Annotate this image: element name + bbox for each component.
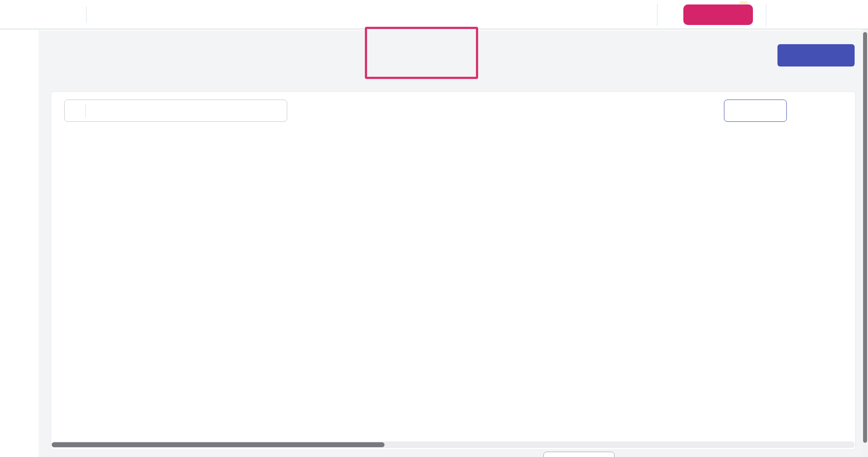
horizontal-scrollbar[interactable] <box>52 441 855 448</box>
app-window <box>0 0 868 457</box>
annotation-highlight-box <box>365 27 478 79</box>
add-filter-button[interactable] <box>724 100 787 122</box>
search-input[interactable] <box>86 106 268 116</box>
search-box <box>64 100 287 122</box>
add-availability-button[interactable] <box>777 44 855 66</box>
wrench-icon[interactable] <box>829 103 841 115</box>
content-card <box>51 91 856 450</box>
main-content <box>40 30 863 457</box>
app-logo <box>9 4 12 21</box>
refresh-icon <box>66 129 76 139</box>
chevron-down-icon[interactable] <box>847 10 857 20</box>
search-category-dropdown[interactable] <box>65 107 85 115</box>
divider <box>86 6 87 23</box>
availability-table <box>51 154 851 448</box>
vertical-scrollbar-thumb[interactable] <box>863 32 867 443</box>
horizontal-scrollbar-thumb[interactable] <box>52 442 384 447</box>
sidebar <box>0 29 39 457</box>
beta-badge <box>740 1 748 4</box>
vertical-scrollbar[interactable] <box>862 29 868 457</box>
pagination-control[interactable] <box>543 452 615 457</box>
divider <box>766 4 766 26</box>
leo-logo-icon <box>711 9 722 21</box>
topbar <box>0 0 868 29</box>
ask-leo-button[interactable] <box>683 4 753 25</box>
caret-down-icon <box>74 107 82 115</box>
divider <box>657 4 657 26</box>
plus-circle-icon <box>731 105 741 116</box>
reset-filters-button[interactable] <box>66 129 82 139</box>
search-icon[interactable] <box>268 105 280 116</box>
